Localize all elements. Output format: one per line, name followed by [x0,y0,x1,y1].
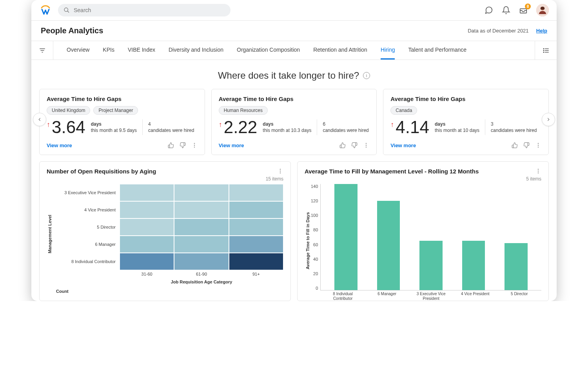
svg-rect-2 [520,9,527,13]
data-as-of: Data as of December 2021 [468,28,528,34]
tab-retention-and-attrition[interactable]: Retention and Attrition [313,41,367,60]
heatmap-cell[interactable] [120,201,174,218]
metric-value: 3.64 [52,119,85,136]
bar-y-tick: 80 [311,227,318,232]
candidates-count: 6 [323,121,368,127]
carousel-prev-button[interactable] [33,113,46,126]
heatmap-cell[interactable] [120,236,174,253]
view-more-link[interactable]: View more [219,143,244,148]
inbox-icon[interactable]: 8 [519,6,528,14]
notifications-icon[interactable] [502,6,510,14]
svg-point-10 [543,50,544,51]
heatmap-items-count: 15 items [47,176,283,182]
thumbs-down-icon[interactable] [180,142,186,148]
heatmap-cell[interactable] [229,184,283,201]
heatmap-row-label: 3 Executive Vice President [53,184,120,201]
help-link[interactable]: Help [536,28,547,34]
svg-point-18 [366,145,367,146]
heatmap-x-label: Job Requisition Age Category [53,280,283,284]
tab-diversity-and-inclusion[interactable]: Diversity and Inclusion [169,41,223,60]
tab-talent-and-performance[interactable]: Talent and Performance [408,41,466,60]
filter-tag: United Kingdom [47,106,90,115]
chat-icon[interactable] [485,6,493,14]
list-view-icon[interactable] [535,41,557,60]
bar-x-tick: 3 Executive Vice President [411,290,451,301]
heatmap-row-label: 5 Director [53,218,120,236]
tab-hiring[interactable]: Hiring [381,41,395,60]
bar[interactable] [334,184,358,290]
heatmap-cell[interactable] [229,236,283,253]
candidates-label: candidates were hired [148,127,194,133]
candidates-count: 3 [491,121,537,127]
heatmap-cell[interactable] [229,201,283,218]
bar-x-tick: 8 Individual Contributor [323,290,363,301]
heatmap-cell[interactable] [229,253,283,270]
inbox-badge: 8 [525,4,531,9]
svg-point-26 [538,169,539,170]
app-logo[interactable] [39,4,52,16]
view-more-link[interactable]: View more [47,143,72,148]
svg-point-12 [543,52,544,52]
svg-point-16 [194,146,194,147]
carousel-next-button[interactable] [542,113,555,126]
days-label: days [435,121,479,127]
svg-point-8 [543,48,544,49]
filter-icon[interactable] [31,41,53,60]
bar[interactable] [462,241,485,290]
heatmap-cell[interactable] [174,201,229,218]
bar-x-tick: 6 Manager [367,290,407,296]
thumbs-up-icon[interactable] [339,142,346,148]
heatmap-row-label: 6 Manager [53,236,120,253]
heatmap-row-label: 4 Vice President [53,201,120,218]
view-more-link[interactable]: View more [390,143,416,148]
days-label: days [91,121,137,127]
metric-card: Average Time to Hire Gaps Human Resource… [211,89,377,155]
bar[interactable] [377,201,400,290]
days-label: days [263,121,311,127]
heatmap-cell[interactable] [120,218,174,236]
more-icon[interactable] [277,168,283,174]
heatmap-panel: Number of Open Requisitions by Aging 15 … [39,161,291,301]
more-icon[interactable] [535,168,541,174]
tab-vibe-index[interactable]: VIBE Index [128,41,155,60]
tab-kpis[interactable]: KPIs [103,41,114,60]
more-icon[interactable] [535,142,541,148]
bar-x-tick: 5 Director [499,290,539,296]
heatmap-cell[interactable] [229,218,283,236]
candidates-count: 4 [148,121,194,127]
thumbs-up-icon[interactable] [168,142,174,148]
heatmap-cell[interactable] [174,253,229,270]
svg-point-20 [538,143,539,144]
svg-point-22 [538,146,539,147]
info-icon[interactable]: i [363,72,370,79]
heatmap-cell[interactable] [174,236,229,253]
search-icon [64,7,70,13]
bar[interactable] [505,243,528,290]
heatmap-cell[interactable] [174,218,229,236]
svg-point-17 [366,143,367,144]
more-icon[interactable] [363,142,369,148]
bar[interactable] [419,241,443,290]
svg-point-25 [280,172,281,173]
svg-point-24 [280,171,281,171]
bar-title: Average Time to Fill by Management Level… [305,168,479,175]
filter-tag: Project Manager [93,106,138,115]
metric-card: Average Time to Hire Gaps United Kingdom… [39,89,205,155]
thumbs-up-icon[interactable] [512,142,518,148]
tab-organization-composition[interactable]: Organization Composition [237,41,300,60]
heatmap-cell[interactable] [120,184,174,201]
thumbs-down-icon[interactable] [351,142,358,148]
search-input[interactable] [74,7,225,13]
metric-desc: this month at 10 days [435,127,479,133]
heatmap-row-label: 8 Individual Contributor [53,253,120,270]
svg-point-0 [64,8,68,11]
avatar[interactable] [536,4,549,16]
search-input-wrapper[interactable] [58,4,230,16]
more-icon[interactable] [191,142,198,148]
tab-overview[interactable]: Overview [67,41,89,60]
heatmap-x-tick: 31-60 [120,272,174,276]
thumbs-down-icon[interactable] [523,142,530,148]
bar-panel: Average Time to Fill by Management Level… [297,161,549,301]
heatmap-cell[interactable] [120,253,174,270]
heatmap-cell[interactable] [174,184,229,201]
